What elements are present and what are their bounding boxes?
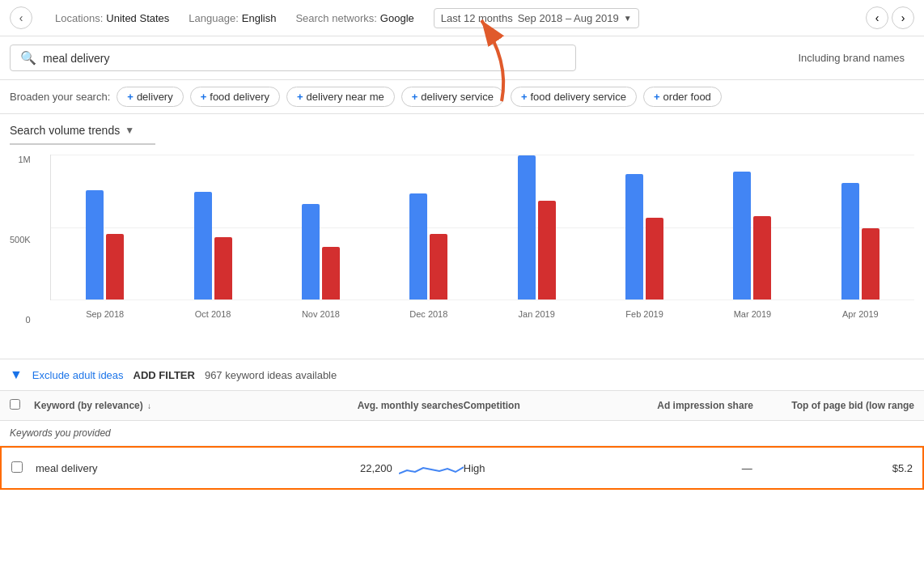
chevron-down-icon: ▼	[624, 14, 632, 23]
search-icon: 🔍	[20, 50, 36, 66]
row-competition: High	[464, 462, 592, 474]
location-item: Locations: United States	[55, 12, 169, 24]
select-all-checkbox[interactable]	[10, 399, 20, 410]
section-label: Keywords you provided	[0, 421, 924, 446]
month-label: Mar 2019	[734, 309, 771, 319]
chip-label-food-delivery: food delivery	[210, 91, 269, 103]
date-label: Last 12 months	[441, 12, 513, 24]
header-bid[interactable]: Top of page bid (low range	[753, 400, 914, 411]
gridline-bottom	[51, 299, 914, 300]
y-label-0: 0	[26, 315, 31, 325]
chart-month-3: Dec 2018	[375, 155, 482, 299]
chart-month-6: Mar 2019	[698, 155, 806, 299]
chart-month-4: Jan 2019	[483, 155, 591, 299]
table-row: meal delivery 22,200 High — $5.2	[0, 446, 924, 490]
search-input-wrap[interactable]: 🔍	[10, 45, 576, 71]
plus-icon: +	[201, 91, 207, 103]
broaden-chip-food-delivery[interactable]: + food delivery	[190, 87, 280, 107]
broaden-chip-food-delivery-service[interactable]: + food delivery service	[511, 87, 637, 107]
language-value: English	[242, 12, 277, 24]
header-competition[interactable]: Competition	[464, 400, 592, 411]
exclude-adult-link[interactable]: Exclude adult ideas	[32, 369, 124, 381]
keyword-count: 967 keyword ideas available	[205, 369, 337, 381]
date-range: Sep 2018 – Aug 2019	[518, 12, 619, 24]
bars-pair	[270, 204, 371, 299]
plus-icon: +	[654, 91, 660, 103]
header-keyword[interactable]: Keyword (by relevance) ↓	[34, 400, 303, 411]
bar-blue	[302, 204, 320, 299]
broaden-label: Broaden your search:	[10, 91, 110, 103]
chip-label-delivery: delivery	[137, 91, 173, 103]
chart-section: Search volume trends ▼ 1M 500K 0 Sep 201…	[0, 114, 924, 359]
plus-icon: +	[521, 91, 528, 103]
chart-underline	[10, 143, 155, 145]
broaden-chip-order-food[interactable]: + order food	[643, 87, 722, 107]
header-check[interactable]	[10, 399, 34, 412]
chart-title[interactable]: Search volume trends ▼	[10, 124, 914, 137]
language-item: Language: English	[189, 12, 276, 24]
bars-pair	[701, 172, 803, 299]
row-searches-value: 22,200	[360, 462, 392, 474]
month-label: Sep 2018	[86, 309, 124, 319]
next-button[interactable]: ›	[892, 6, 914, 29]
chip-label-delivery-service: delivery service	[421, 91, 494, 103]
bars-pair	[378, 193, 479, 299]
row-searches: 22,200	[303, 456, 463, 480]
filter-row: ▼ Exclude adult ideas ADD FILTER 967 key…	[0, 359, 924, 391]
chart-bars-container: Sep 2018 Oct 2018 Nov 2018 Dec 2018	[50, 155, 914, 300]
chart-area: 1M 500K 0 Sep 2018 Oct 2018	[10, 155, 914, 349]
row-checkbox[interactable]	[11, 461, 23, 473]
header-impression[interactable]: Ad impression share	[592, 400, 753, 411]
bar-red	[214, 237, 232, 299]
bars-pair	[162, 192, 263, 299]
bars-pair	[486, 155, 587, 299]
bar-red	[538, 201, 556, 299]
date-picker[interactable]: Last 12 months Sep 2018 – Aug 2019 ▼	[434, 8, 639, 28]
bar-red	[753, 216, 771, 299]
bar-blue	[518, 155, 536, 299]
language-label: Language:	[189, 12, 238, 24]
row-check[interactable]	[11, 461, 36, 475]
chart-month-0: Sep 2018	[51, 155, 159, 299]
top-bar: ‹ Locations: United States Language: Eng…	[0, 0, 924, 36]
month-label: Dec 2018	[409, 309, 447, 319]
month-label: Oct 2018	[195, 309, 231, 319]
chip-label-order-food: order food	[663, 91, 711, 103]
bar-blue	[733, 172, 751, 299]
location-label: Locations:	[55, 12, 103, 24]
row-impression: —	[591, 462, 752, 474]
month-label: Feb 2019	[625, 309, 663, 319]
month-label: Nov 2018	[302, 309, 340, 319]
broaden-row: Broaden your search: + delivery + food d…	[0, 80, 924, 114]
network-item: Search networks: Google	[295, 12, 413, 24]
bar-red	[322, 247, 340, 299]
bar-blue	[625, 174, 643, 299]
chart-month-7: Apr 2019	[807, 155, 914, 299]
bar-red	[646, 218, 663, 299]
search-input[interactable]	[43, 52, 566, 65]
bar-blue	[841, 183, 859, 299]
filter-icon: ▼	[10, 367, 23, 382]
month-label: Apr 2019	[842, 309, 879, 319]
header-searches[interactable]: Avg. monthly searches	[303, 400, 464, 411]
bar-red	[862, 228, 879, 299]
broaden-chip-delivery-service[interactable]: + delivery service	[401, 87, 504, 107]
chart-month-2: Nov 2018	[267, 155, 375, 299]
chart-y-labels: 1M 500K 0	[10, 155, 37, 325]
back-button[interactable]: ‹	[10, 6, 32, 29]
broaden-chip-delivery[interactable]: + delivery	[117, 87, 183, 107]
add-filter-button[interactable]: ADD FILTER	[134, 369, 195, 381]
nav-arrows: ‹ ›	[866, 6, 914, 29]
bar-red	[106, 234, 124, 299]
bars-pair	[810, 183, 911, 299]
location-value: United States	[106, 12, 169, 24]
prev-button[interactable]: ‹	[866, 6, 888, 29]
search-bar: 🔍 Including brand names	[0, 36, 924, 80]
chip-label-delivery-near-me: delivery near me	[307, 91, 384, 103]
brand-names-label: Including brand names	[798, 52, 914, 64]
row-bid: $5.2	[752, 462, 913, 474]
y-label-1m: 1M	[18, 155, 30, 164]
plus-icon: +	[297, 91, 303, 103]
broaden-chip-delivery-near-me[interactable]: + delivery near me	[286, 87, 395, 107]
bars-pair	[54, 190, 155, 299]
